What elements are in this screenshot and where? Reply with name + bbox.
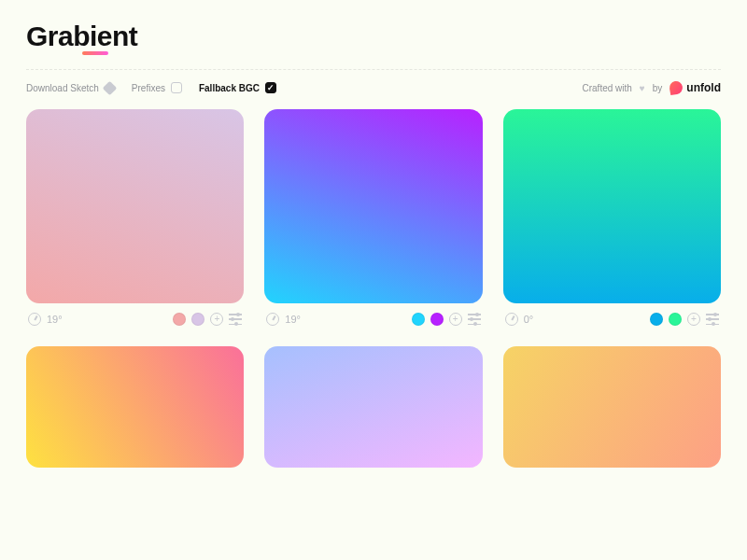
angle-icon — [505, 313, 518, 326]
color-stops: + — [173, 313, 242, 326]
toolbar-right: Crafted with ♥ by unfold — [582, 81, 721, 94]
gradient-swatch[interactable] — [264, 346, 482, 468]
sketch-icon — [103, 80, 118, 95]
download-sketch-link[interactable]: Download Sketch — [26, 83, 115, 93]
card-controls: 19° + — [264, 313, 482, 326]
gradient-swatch[interactable] — [26, 109, 244, 303]
angle-value: 19° — [47, 314, 63, 325]
app-logo: Grabient — [26, 21, 137, 52]
heart-icon: ♥ — [640, 83, 645, 93]
sliders-icon[interactable] — [706, 314, 719, 325]
crafted-with-text: Crafted with — [582, 83, 631, 93]
card-controls: 0° + — [503, 313, 721, 326]
color-stop-dot[interactable] — [650, 313, 663, 326]
angle-icon — [28, 313, 41, 326]
sliders-icon[interactable] — [229, 314, 242, 325]
gradient-swatch[interactable] — [503, 109, 721, 303]
add-stop-button[interactable]: + — [449, 313, 462, 326]
color-stop-dot[interactable] — [430, 313, 444, 326]
color-stop-dot[interactable] — [191, 313, 204, 326]
gradient-grid: 19° + 19° + — [26, 109, 721, 468]
angle-value: 19° — [285, 314, 301, 325]
color-stops: + — [650, 313, 719, 326]
prefixes-toggle[interactable]: Prefixes — [132, 82, 182, 93]
app-title: Grabient — [26, 21, 137, 51]
prefixes-label: Prefixes — [132, 83, 165, 93]
gradient-card — [503, 346, 721, 468]
unfold-link[interactable]: unfold — [669, 81, 721, 94]
toolbar-left: Download Sketch Prefixes Fallback BGC — [26, 82, 276, 93]
card-controls: 19° + — [26, 313, 244, 326]
color-stops: + — [412, 313, 481, 326]
logo-accent — [82, 51, 108, 55]
angle-value: 0° — [524, 314, 534, 325]
gradient-card: 19° + — [26, 109, 244, 326]
angle-icon — [266, 313, 279, 326]
prefixes-checkbox[interactable] — [171, 82, 182, 93]
gradient-swatch[interactable] — [503, 346, 721, 468]
angle-control[interactable]: 0° — [505, 313, 534, 326]
download-sketch-label: Download Sketch — [26, 83, 99, 93]
add-stop-button[interactable]: + — [210, 313, 223, 326]
color-stop-dot[interactable] — [412, 313, 425, 326]
fallback-label: Fallback BGC — [199, 83, 260, 93]
unfold-icon — [669, 80, 684, 95]
gradient-card — [26, 346, 244, 468]
color-stop-dot[interactable] — [173, 313, 186, 326]
gradient-swatch[interactable] — [264, 109, 482, 303]
angle-control[interactable]: 19° — [28, 313, 63, 326]
sliders-icon[interactable] — [468, 314, 481, 325]
toolbar: Download Sketch Prefixes Fallback BGC Cr… — [26, 70, 721, 109]
gradient-card: 19° + — [264, 109, 482, 326]
by-text: by — [653, 83, 663, 93]
fallback-toggle[interactable]: Fallback BGC — [199, 82, 276, 93]
angle-control[interactable]: 19° — [266, 313, 301, 326]
fallback-checkbox[interactable] — [265, 82, 276, 93]
gradient-card: 0° + — [503, 109, 721, 326]
unfold-label: unfold — [686, 81, 721, 94]
gradient-card — [264, 346, 482, 468]
add-stop-button[interactable]: + — [687, 313, 700, 326]
color-stop-dot[interactable] — [669, 313, 682, 326]
gradient-swatch[interactable] — [26, 346, 244, 468]
